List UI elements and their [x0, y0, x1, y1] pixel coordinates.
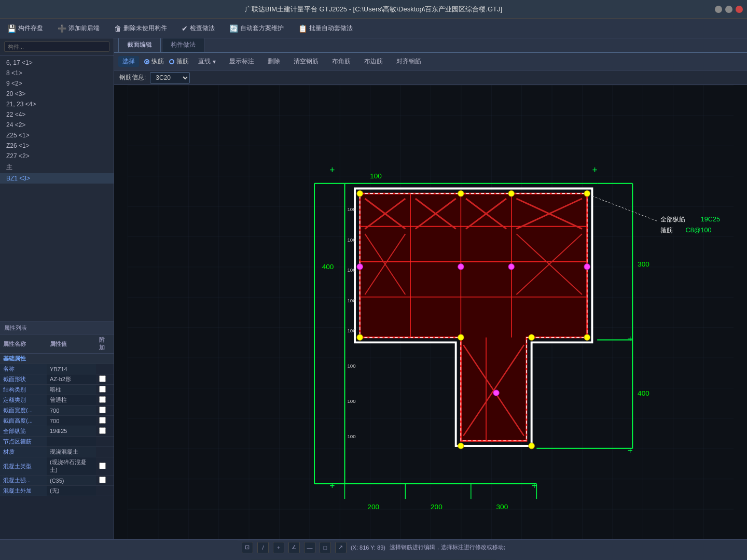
plus-tool-icon[interactable]: +	[273, 542, 284, 553]
prop-name-9: 混凝土类型	[0, 457, 47, 475]
arrow-tool-icon[interactable]: ↗	[335, 542, 347, 553]
tool-show-annotation[interactable]: 显示标注	[225, 56, 258, 67]
prop-value-8[interactable]: 现浇混凝土	[47, 447, 96, 457]
sidebar-item-7[interactable]: Z25 <1>	[0, 130, 114, 141]
annotation-stirrup-value: C8@100	[686, 227, 712, 234]
svg-point-55	[529, 443, 535, 449]
svg-text:100: 100	[347, 237, 356, 243]
tool-select[interactable]: 选择	[118, 56, 139, 67]
svg-text:100: 100	[347, 206, 356, 212]
tool-edge-rebar[interactable]: 布边筋	[360, 56, 387, 67]
status-msg: 选择钢筋进行编辑，选择标注进行修改或移动;	[390, 543, 505, 551]
prop-name-8: 材质	[0, 447, 47, 457]
properties-table: 属性名称 属性值 附加 基础属性 名称 YBZ14 截面形状	[0, 334, 114, 496]
angle-tool-icon[interactable]: ∠	[288, 542, 300, 553]
prop-name-0: 名称	[0, 364, 47, 374]
sidebar-item-0[interactable]: 6, 17 <1>	[0, 58, 114, 68]
prop-value-6[interactable]: 19⊕25	[47, 426, 96, 437]
sidebar-item-9[interactable]: Z27 <2>	[0, 151, 114, 161]
prop-extra-10	[96, 475, 114, 486]
toolbar-batch-auto[interactable]: 📋 批量自动套做法	[295, 22, 356, 34]
toolbar-save[interactable]: 💾 构件存盘	[4, 22, 46, 34]
sidebar-item-6[interactable]: 24 <2>	[0, 120, 114, 130]
toolbar-auto-scheme[interactable]: 🔄 自动套方案维护	[226, 22, 287, 34]
prop-value-4[interactable]: 700	[47, 405, 96, 416]
prop-value-5[interactable]: 700	[47, 416, 96, 426]
window-controls[interactable]	[715, 6, 743, 13]
top-toolbar: 💾 构件存盘 ➕ 添加前后端 🗑 删除未使用构件 ✔ 检查做法 🔄 自动套方案维…	[0, 19, 747, 38]
prop-value-1[interactable]: AZ-b2形	[47, 374, 96, 385]
tab-section-edit[interactable]: 截面编辑	[118, 38, 161, 52]
draw-tool-icon[interactable]: ⊡	[242, 542, 253, 553]
col-value: 属性值	[47, 334, 96, 354]
svg-point-45	[458, 190, 464, 197]
svg-text:+: +	[628, 445, 633, 456]
prop-extra-5	[96, 416, 114, 426]
sidebar-item-4[interactable]: 21, 23 <4>	[0, 99, 114, 109]
svg-point-49	[584, 334, 590, 341]
radio-stirrup[interactable]	[169, 59, 174, 64]
steel-info-select[interactable]: 3C20 4C20 3C25 4C25	[150, 72, 190, 83]
prop-value-3[interactable]: 普通柱	[47, 395, 96, 405]
tool-clear-rebar[interactable]: 清空钢筋	[289, 56, 323, 67]
extra-check-3[interactable]	[99, 396, 106, 403]
sidebar-item-2[interactable]: 9 <2>	[0, 78, 114, 89]
main-svg: + + + + + +	[114, 85, 747, 539]
tool-line[interactable]: 直线 ▾	[194, 56, 220, 67]
prop-name-7: 节点区箍筋	[0, 437, 47, 447]
select-label: 选择	[122, 57, 135, 66]
svg-point-44	[357, 190, 363, 197]
extra-check-1[interactable]	[99, 375, 106, 382]
dim-right-upper: 300	[638, 260, 649, 268]
coord-display: (X: 816 Y: 89)	[351, 544, 385, 551]
prop-value-7[interactable]	[47, 437, 96, 447]
sidebar: 6, 17 <1> 8 <1> 9 <2> 20 <3> 21, 23 <4> …	[0, 38, 114, 539]
main-layout: 6, 17 <1> 8 <1> 9 <2> 20 <3> 21, 23 <4> …	[0, 38, 747, 539]
tool-corner-rebar[interactable]: 布角筋	[328, 56, 355, 67]
dash-tool-icon[interactable]: —	[304, 542, 315, 553]
extra-check-5[interactable]	[99, 417, 106, 424]
line-tool-icon[interactable]: /	[257, 542, 269, 553]
tab-component-method[interactable]: 构件做法	[162, 38, 204, 52]
svg-point-46	[508, 190, 515, 197]
prop-value-2[interactable]: 暗柱	[47, 385, 96, 395]
extra-check-2[interactable]	[99, 386, 106, 393]
sidebar-item-8[interactable]: Z26 <1>	[0, 141, 114, 151]
sidebar-item-10[interactable]: 主	[0, 161, 114, 173]
dim-right-lower: 400	[638, 389, 649, 397]
tabs-bar: 截面编辑 构件做法	[114, 38, 747, 53]
search-input[interactable]	[4, 41, 109, 52]
close-btn[interactable]	[736, 6, 743, 13]
tool-align-rebar[interactable]: 对齐钢筋	[392, 56, 425, 67]
minimize-btn[interactable]	[715, 6, 722, 13]
extra-check-4[interactable]	[99, 407, 106, 413]
prop-value-10[interactable]: (C35)	[47, 475, 96, 486]
prop-extra-9	[96, 457, 114, 475]
prop-extra-3	[96, 395, 114, 405]
prop-extra-7	[96, 437, 114, 447]
extra-check-9[interactable]	[99, 463, 106, 469]
svg-point-58	[508, 264, 515, 270]
sidebar-item-11[interactable]: BZ1 <3>	[0, 173, 114, 184]
drawing-canvas[interactable]: + + + + + +	[114, 85, 747, 539]
toolbar-add[interactable]: ➕ 添加前后端	[54, 22, 103, 34]
svg-text:+: +	[329, 165, 335, 175]
toolbar-delete-unused[interactable]: 🗑 删除未使用构件	[111, 22, 170, 34]
extra-check-10[interactable]	[99, 477, 106, 483]
prop-value-11[interactable]: (无)	[47, 486, 96, 496]
sidebar-item-3[interactable]: 20 <3>	[0, 89, 114, 99]
dim-bottom-3: 300	[496, 503, 508, 511]
sidebar-item-5[interactable]: 22 <4>	[0, 109, 114, 120]
toolbar-check[interactable]: ✔ 检查做法	[178, 22, 218, 34]
sidebar-item-1[interactable]: 8 <1>	[0, 68, 114, 78]
radio-vertical-rebar[interactable]	[144, 59, 149, 64]
prop-value-0[interactable]: YBZ14	[47, 364, 96, 374]
tool-delete[interactable]: 删除	[264, 56, 284, 67]
maximize-btn[interactable]	[725, 6, 732, 13]
rect-tool-icon[interactable]: □	[320, 542, 331, 553]
extra-check-6[interactable]	[99, 427, 106, 434]
annotation-rebar-value: 19C25	[701, 216, 720, 223]
prop-name-2: 结构类别	[0, 385, 47, 395]
dim-left: 400	[322, 263, 334, 271]
prop-value-9[interactable]: (现浇碎石混凝土)	[47, 457, 96, 475]
